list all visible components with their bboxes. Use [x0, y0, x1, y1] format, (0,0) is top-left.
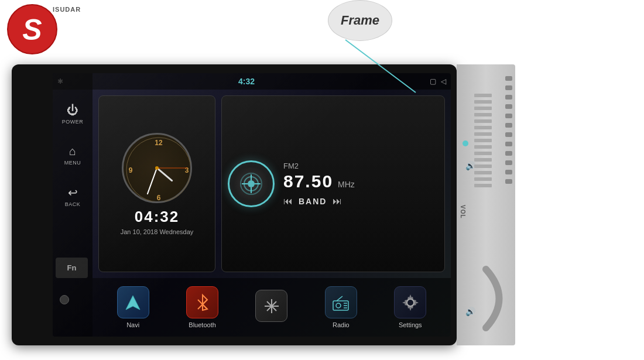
main-content-area: 12 3 6 9 04:32 Jan 10, 2018 Wednesday — [93, 90, 451, 278]
bracket-hole-10 — [505, 160, 512, 165]
bracket-hole-3 — [505, 95, 512, 100]
svg-text:9: 9 — [129, 166, 133, 174]
frame-line — [345, 40, 463, 98]
vol-bar-7 — [474, 132, 492, 136]
brand-name: ISUDAR — [53, 6, 81, 13]
bracket-hole-5 — [505, 114, 512, 118]
vol-bar-5 — [474, 119, 492, 123]
svg-line-2 — [345, 40, 416, 92]
settings-label: Settings — [399, 321, 422, 328]
vol-bar-3 — [474, 107, 492, 110]
bluetooth-app-icon[interactable]: Bluetooth — [186, 286, 218, 328]
logo-area: S ISUDAR — [0, 0, 117, 76]
settings-app-icon[interactable]: Settings — [394, 286, 426, 328]
navi-label: Navi — [126, 321, 139, 328]
vol-bar-14 — [474, 177, 492, 181]
clock-widget: 12 3 6 9 04:32 Jan 10, 2018 Wednesday — [98, 95, 215, 272]
mounting-bracket: 🔊 VOL — [457, 64, 515, 345]
clock-center — [155, 166, 159, 170]
brand-logo: S — [6, 3, 59, 56]
settings-svg — [400, 293, 420, 313]
vol-knob-indicator — [463, 140, 468, 146]
settings-icon-img — [394, 286, 426, 318]
antenna-svg — [239, 172, 263, 196]
bracket-holes — [505, 76, 512, 184]
rst-button[interactable] — [60, 295, 69, 304]
status-time: 4:32 — [238, 77, 255, 86]
navi-app-icon[interactable]: Navi — [117, 286, 149, 328]
back-nav-icon: ↩ — [68, 186, 78, 200]
menu-button[interactable]: ⌂ MENU — [55, 135, 90, 176]
svg-text:S: S — [22, 13, 42, 46]
media-app-icon[interactable] — [255, 290, 287, 325]
vol-bar-10 — [474, 152, 492, 155]
radio-svg — [331, 293, 351, 313]
vol-bar-4 — [474, 113, 492, 116]
bracket-hole-4 — [505, 104, 512, 109]
digital-time: 04:32 — [135, 208, 180, 226]
main-screen: ✱ 4:32 ▢ ◁ ⏻ POWER ⌂ MENU ↩ — [53, 73, 451, 337]
navi-icon-img — [117, 286, 149, 318]
device-bezel: ✱ 4:32 ▢ ◁ ⏻ POWER ⌂ MENU ↩ — [12, 64, 457, 345]
volume-bars — [474, 94, 492, 187]
apps-row: Navi Bluetooth — [93, 278, 451, 337]
svg-point-30 — [407, 299, 414, 306]
second-hand — [157, 167, 187, 168]
radio-info: FM2 87.50 MHz ⏮ BAND ⏭ — [283, 162, 439, 207]
analog-clock: 12 3 6 9 — [122, 133, 192, 203]
bracket-hole-2 — [505, 85, 512, 90]
radio-band: FM2 — [283, 162, 439, 170]
fn-button[interactable]: Fn — [56, 258, 88, 278]
svg-text:12: 12 — [155, 139, 163, 147]
svg-line-29 — [337, 296, 342, 301]
back-label: BACK — [65, 201, 81, 207]
svg-point-25 — [336, 303, 341, 308]
radio-icon-img — [325, 286, 357, 318]
bracket-hole-9 — [505, 151, 512, 156]
radio-frequency: 87.50 — [283, 172, 333, 191]
navi-svg — [123, 293, 143, 313]
radio-prev-button[interactable]: ⏮ — [283, 196, 293, 207]
radio-controls: ⏮ BAND ⏭ — [283, 196, 439, 207]
vol-label: VOL — [460, 205, 466, 219]
digital-date: Jan 10, 2018 Wednesday — [121, 228, 194, 235]
bluetooth-icon-img — [186, 286, 218, 318]
media-icon-img — [255, 290, 287, 322]
frame-callout: Frame — [328, 0, 392, 41]
vol-bar-2 — [474, 100, 492, 104]
menu-icon: ⌂ — [69, 145, 76, 158]
radio-label: Radio — [333, 321, 350, 328]
power-button[interactable]: ⏻ POWER — [55, 94, 90, 135]
bluetooth-label: Bluetooth — [189, 321, 215, 328]
menu-label: MENU — [64, 160, 81, 166]
vol-bar-15 — [474, 184, 492, 187]
back-button[interactable]: ↩ BACK — [55, 176, 90, 217]
svg-marker-15 — [126, 296, 140, 310]
device-unit: ✱ 4:32 ▢ ◁ ⏻ POWER ⌂ MENU ↩ — [12, 64, 515, 345]
bracket-hole-12 — [505, 179, 512, 184]
vol-bar-12 — [474, 164, 492, 168]
radio-band-label: BAND — [299, 197, 327, 206]
vol-bar-6 — [474, 126, 492, 129]
vol-bar-13 — [474, 171, 492, 174]
vol-bar-8 — [474, 139, 492, 142]
frame-bubble-text: Frame — [328, 0, 392, 41]
bracket-handle — [480, 263, 515, 334]
radio-app-icon[interactable]: Radio — [325, 286, 357, 328]
media-svg — [262, 296, 282, 316]
vol-bar-11 — [474, 158, 492, 162]
vol-bar-9 — [474, 145, 492, 149]
speaker-bottom-icon: 🔊 — [465, 307, 475, 316]
bracket-hole-8 — [505, 142, 512, 146]
vol-bar-1 — [474, 94, 492, 97]
svg-point-10 — [248, 180, 255, 187]
bluetooth-svg — [193, 293, 213, 313]
bracket-hole-7 — [505, 132, 512, 137]
radio-unit: MHz — [338, 180, 355, 189]
radio-next-button[interactable]: ⏭ — [333, 196, 342, 207]
radio-antenna-icon — [228, 160, 275, 207]
bracket-hole-1 — [505, 76, 512, 81]
bracket-hole-11 — [505, 170, 512, 174]
radio-widget: FM2 87.50 MHz ⏮ BAND ⏭ — [221, 95, 445, 272]
left-sidebar: ⏻ POWER ⌂ MENU ↩ BACK Fn — [53, 73, 93, 337]
